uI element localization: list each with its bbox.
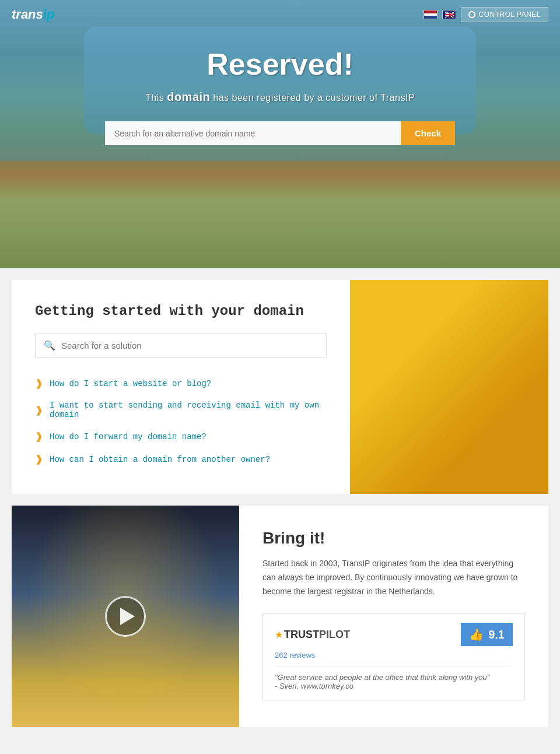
question-block-image xyxy=(350,280,548,494)
hero-subtitle-part1: This xyxy=(145,93,164,103)
quote-attribution: - Sven, www.turnkey.co xyxy=(275,682,354,690)
faq-link-4[interactable]: How can I obtain a domain from another o… xyxy=(50,455,270,464)
trustpilot-header: ★ TRUSTPILOT 👍 9.1 xyxy=(275,623,513,646)
chevron-icon: ❱ xyxy=(35,405,43,416)
trustpilot-box: ★ TRUSTPILOT 👍 9.1 262 reviews "Great se… xyxy=(262,613,525,700)
flag-en-icon[interactable] xyxy=(442,10,456,19)
bring-it-description: Started back in 2003, TransIP originates… xyxy=(262,557,525,598)
chevron-icon: ❱ xyxy=(35,378,43,389)
trustpilot-score: 👍 9.1 xyxy=(461,623,513,646)
bring-it-section: Bring it! Started back in 2003, TransIP … xyxy=(12,506,548,727)
search-icon: 🔍 xyxy=(44,340,55,351)
domain-search-input[interactable] xyxy=(105,121,401,145)
solution-search-input[interactable] xyxy=(61,341,318,350)
list-item[interactable]: ❱ How do I forward my domain name? xyxy=(35,425,327,448)
control-panel-button[interactable]: CONTROL PANEL xyxy=(461,7,548,22)
hero-section: Reserved! This domain has been registere… xyxy=(0,0,560,268)
video-thumbnail xyxy=(12,506,239,727)
trustpilot-score-value: 9.1 xyxy=(488,628,505,641)
trustpilot-logo: ★ TRUSTPILOT xyxy=(275,629,350,641)
trustpilot-reviews-count: 262 reviews xyxy=(275,651,513,660)
logo: transip xyxy=(12,7,54,22)
getting-started-left: Getting started with your domain 🔍 ❱ How… xyxy=(12,280,350,494)
quote-text: "Great service and people at the office … xyxy=(275,673,489,682)
control-panel-label: CONTROL PANEL xyxy=(478,10,541,19)
play-button[interactable] xyxy=(105,596,146,637)
getting-started-title: Getting started with your domain xyxy=(35,303,327,319)
hero-subtitle-part2: has been registered by a customer of Tra… xyxy=(213,93,415,103)
hand-simulation xyxy=(350,280,548,494)
footer: Terms Of Service Privacy policy Copyrigh… xyxy=(0,751,560,754)
trustpilot-name: TRUSTPILOT xyxy=(284,629,350,641)
bring-it-title: Bring it! xyxy=(262,529,525,548)
faq-list: ❱ How do I start a website or blog? ❱ I … xyxy=(35,372,327,471)
hero-title: Reserved! xyxy=(0,47,560,82)
solution-search-bar: 🔍 xyxy=(35,334,327,357)
faq-link-1[interactable]: How do I start a website or blog? xyxy=(50,379,211,388)
list-item[interactable]: ❱ How do I start a website or blog? xyxy=(35,372,327,395)
play-triangle-icon xyxy=(120,608,135,625)
check-button[interactable]: Check xyxy=(401,121,455,145)
hero-search-bar: Check xyxy=(105,121,455,145)
faq-link-3[interactable]: How do I forward my domain name? xyxy=(50,432,206,441)
getting-started-image xyxy=(350,280,548,494)
trust-label: TRUST xyxy=(284,629,319,640)
hero-subtitle-domain: domain xyxy=(167,90,210,103)
header-right: CONTROL PANEL xyxy=(424,7,548,22)
flag-nl-icon[interactable] xyxy=(424,10,438,19)
list-item[interactable]: ❱ I want to start sending and receiving … xyxy=(35,395,327,425)
header: transip CONTROL PANEL xyxy=(0,0,560,29)
chevron-icon: ❱ xyxy=(35,454,43,465)
thumbs-up-icon: 👍 xyxy=(469,627,484,641)
faq-link-2[interactable]: I want to start sending and receiving em… xyxy=(50,401,327,419)
hero-subtitle: This domain has been registered by a cus… xyxy=(0,90,560,104)
getting-started-section: Getting started with your domain 🔍 ❱ How… xyxy=(12,280,548,494)
pilot-label: PILOT xyxy=(319,629,350,640)
list-item[interactable]: ❱ How can I obtain a domain from another… xyxy=(35,448,327,471)
gear-icon xyxy=(468,11,475,18)
trustpilot-quote: "Great service and people at the office … xyxy=(275,667,513,690)
main-content: Getting started with your domain 🔍 ❱ How… xyxy=(0,268,560,751)
trustpilot-star-icon: ★ xyxy=(275,629,283,640)
chevron-icon: ❱ xyxy=(35,431,43,442)
bring-it-content: Bring it! Started back in 2003, TransIP … xyxy=(239,506,548,727)
